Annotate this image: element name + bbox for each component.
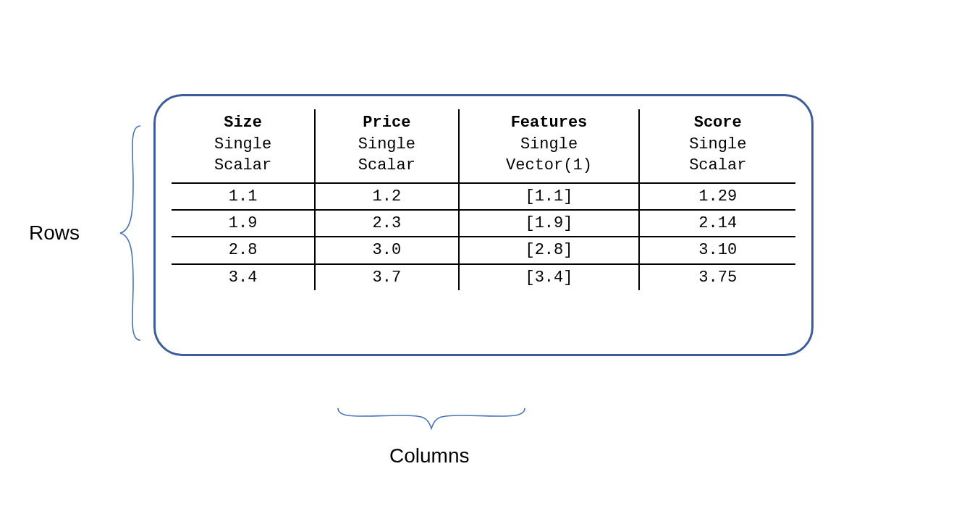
col-card: Single — [214, 135, 271, 153]
col-header-price: Price Single Scalar — [315, 109, 458, 183]
col-type: Scalar — [689, 156, 746, 174]
col-card: Single — [358, 135, 415, 153]
cell-price: 1.2 — [315, 183, 458, 210]
cell-features: [1.9] — [459, 210, 640, 237]
col-type: Scalar — [214, 156, 271, 174]
table-panel: Size Single Scalar Price Single Scalar — [153, 94, 814, 356]
rows-label: Rows — [29, 221, 80, 245]
cell-score: 1.29 — [639, 183, 795, 210]
cell-size: 3.4 — [172, 264, 315, 290]
cell-size: 1.1 — [172, 183, 315, 210]
columns-label: Columns — [389, 444, 469, 468]
col-name: Features — [511, 114, 588, 132]
table-header-row: Size Single Scalar Price Single Scalar — [172, 109, 795, 183]
cell-price: 2.3 — [315, 210, 458, 237]
cell-score: 3.10 — [639, 237, 795, 263]
cell-size: 1.9 — [172, 210, 315, 237]
cell-size: 2.8 — [172, 237, 315, 263]
cell-score: 3.75 — [639, 264, 795, 290]
col-name: Score — [694, 114, 742, 132]
col-type: Vector(1) — [506, 156, 592, 174]
table-row: 1.1 1.2 [1.1] 1.29 — [172, 183, 795, 210]
cell-score: 2.14 — [639, 210, 795, 237]
data-table: Size Single Scalar Price Single Scalar — [172, 109, 795, 290]
brace-bottom-icon — [337, 402, 526, 434]
col-name: Size — [224, 114, 262, 132]
cell-features: [3.4] — [459, 264, 640, 290]
cell-features: [1.1] — [459, 183, 640, 210]
brace-left-icon — [116, 124, 146, 342]
col-header-features: Features Single Vector(1) — [459, 109, 640, 183]
cell-features: [2.8] — [459, 237, 640, 263]
col-card: Single — [520, 135, 578, 153]
col-header-size: Size Single Scalar — [172, 109, 315, 183]
col-card: Single — [689, 135, 746, 153]
table-row: 2.8 3.0 [2.8] 3.10 — [172, 237, 795, 263]
diagram-stage: Rows Size Single Scalar — [0, 0, 980, 524]
table-row: 3.4 3.7 [3.4] 3.75 — [172, 264, 795, 290]
table-row: 1.9 2.3 [1.9] 2.14 — [172, 210, 795, 237]
col-name: Price — [363, 114, 410, 132]
col-type: Scalar — [358, 156, 415, 174]
cell-price: 3.7 — [315, 264, 458, 290]
cell-price: 3.0 — [315, 237, 458, 263]
col-header-score: Score Single Scalar — [639, 109, 795, 183]
